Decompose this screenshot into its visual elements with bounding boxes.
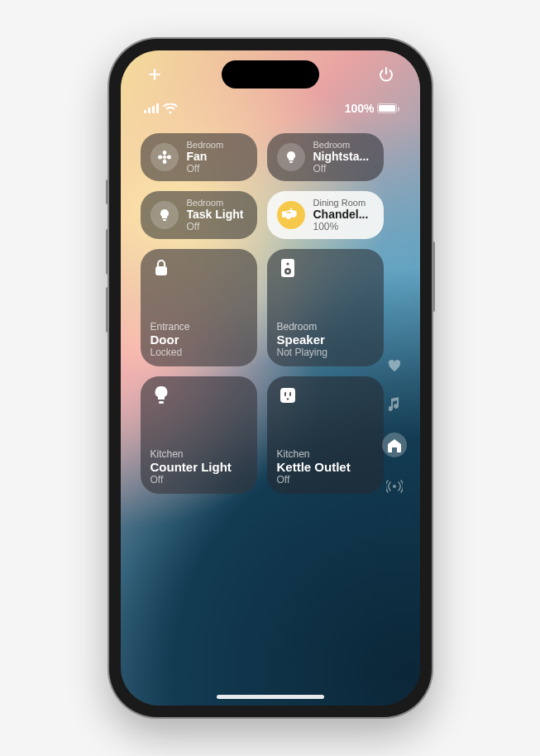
tile-name: Task Light [187, 208, 244, 221]
power-control-button[interactable] [375, 64, 397, 85]
rail-favorites[interactable] [385, 356, 404, 375]
tile-kettle-outlet[interactable]: Kitchen Kettle Outlet Off [267, 376, 384, 494]
battery-icon [377, 103, 397, 113]
tile-room: Entrance [151, 321, 247, 333]
svg-rect-3 [156, 103, 159, 113]
svg-rect-6 [163, 219, 166, 221]
svg-rect-0 [144, 110, 146, 113]
svg-rect-15 [289, 392, 291, 396]
phone-frame: 100% Bedroom Fan Off [109, 39, 432, 717]
tile-counter-light[interactable]: Kitchen Counter Light Off [141, 376, 257, 494]
dynamic-island [222, 60, 319, 89]
svg-rect-5 [289, 161, 293, 163]
tile-task-light[interactable]: Bedroom Task Light Off [141, 191, 257, 239]
heart-icon [388, 360, 401, 372]
tile-room: Kitchen [277, 448, 374, 460]
screen: 100% Bedroom Fan Off [121, 50, 420, 706]
power-icon [378, 66, 394, 83]
status-bar: 100% [121, 102, 420, 115]
fan-icon [151, 143, 179, 171]
bulb-icon [151, 201, 179, 229]
tile-status: Off [187, 221, 244, 232]
control-center-page-rail [382, 356, 407, 495]
tile-room: Dining Room [313, 198, 369, 208]
tile-status: Off [313, 163, 370, 175]
tile-status: Off [187, 163, 224, 175]
tile-nightstand[interactable]: Bedroom Nightsta... Off [267, 133, 384, 181]
svg-point-4 [163, 156, 166, 159]
tile-speaker[interactable]: Bedroom Speaker Not Playing [267, 249, 384, 366]
tile-room: Bedroom [277, 321, 374, 333]
tile-name: Chandel... [313, 208, 369, 221]
tile-room: Bedroom [187, 140, 224, 150]
home-indicator[interactable] [217, 695, 324, 699]
svg-rect-1 [148, 108, 151, 113]
svg-rect-13 [280, 388, 295, 403]
broadcast-icon [386, 480, 403, 493]
tile-name: Nightsta... [313, 150, 370, 163]
rail-home[interactable] [382, 433, 407, 457]
tile-name: Fan [187, 150, 224, 163]
tile-room: Bedroom [313, 140, 370, 150]
tile-name: Door [151, 333, 247, 347]
tile-status: 100% [313, 221, 369, 232]
power-button [432, 242, 435, 312]
svg-point-9 [286, 262, 289, 265]
home-tiles-grid: Bedroom Fan Off Bedroom Nightsta... Off [141, 133, 384, 494]
svg-rect-2 [152, 106, 155, 113]
svg-rect-7 [155, 266, 167, 275]
cellular-icon [144, 103, 159, 113]
volume-down-button [106, 287, 109, 333]
tile-chandelier[interactable]: Dining Room Chandel... 100% [267, 191, 384, 239]
svg-rect-14 [284, 392, 286, 396]
battery-percent: 100% [345, 102, 375, 115]
bulb-icon [277, 143, 305, 171]
tile-name: Counter Light [151, 460, 247, 474]
tile-status: Off [277, 474, 374, 486]
tile-fan[interactable]: Bedroom Fan Off [141, 133, 257, 181]
svg-point-17 [393, 485, 396, 488]
side-button [106, 179, 109, 204]
lock-icon [151, 257, 172, 279]
tile-status: Not Playing [277, 347, 374, 358]
svg-point-11 [286, 270, 289, 273]
home-icon [387, 438, 402, 452]
wifi-icon [163, 103, 178, 114]
outlet-icon [277, 385, 299, 406]
tile-status: Off [151, 474, 247, 486]
rail-connectivity[interactable] [385, 477, 404, 495]
chandelier-icon [277, 201, 305, 229]
plus-icon [147, 67, 162, 82]
tile-name: Kettle Outlet [277, 460, 374, 474]
add-control-button[interactable] [144, 64, 165, 85]
svg-rect-12 [159, 401, 164, 404]
speaker-icon [277, 257, 299, 279]
tile-status: Locked [151, 347, 247, 358]
rail-music[interactable] [385, 395, 404, 413]
bulb-icon [151, 385, 172, 406]
svg-point-16 [286, 398, 289, 400]
tile-room: Bedroom [187, 198, 244, 208]
volume-up-button [106, 229, 109, 275]
music-icon [389, 397, 400, 411]
tile-door[interactable]: Entrance Door Locked [141, 249, 257, 366]
tile-name: Speaker [277, 333, 374, 347]
tile-room: Kitchen [151, 448, 247, 460]
